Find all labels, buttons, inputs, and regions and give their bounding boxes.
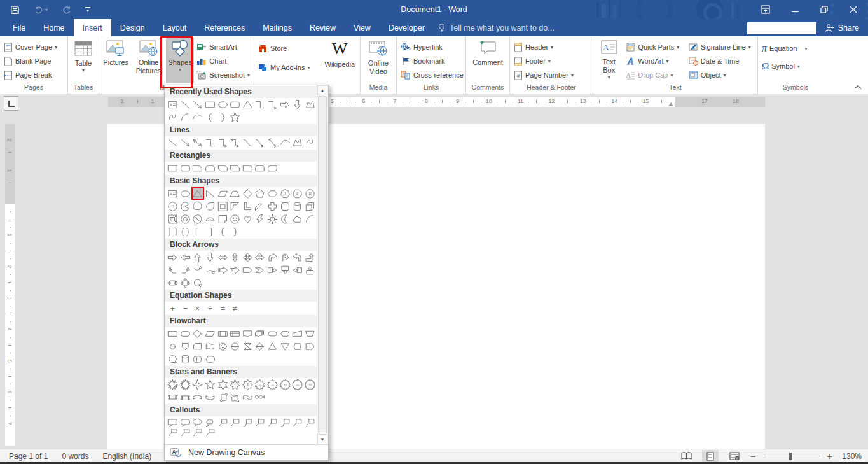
equation-button[interactable]: π Equation▾ (759, 41, 809, 55)
comment-button[interactable]: Comment (471, 38, 505, 83)
scroll-up-button[interactable]: ▲ (317, 85, 327, 95)
text-box-button[interactable]: A Text Box▾ (595, 38, 623, 83)
shape-clb[interactable] (167, 276, 179, 289)
shape-rb2[interactable] (179, 391, 192, 404)
shape-lin[interactable] (179, 98, 192, 111)
shape-cr3[interactable] (191, 416, 204, 429)
shape-pen[interactable] (254, 187, 266, 200)
shape-ovl[interactable] (216, 98, 229, 111)
shape-s8n[interactable]: 8 (242, 378, 254, 391)
shape-fmi[interactable] (291, 327, 304, 340)
shape-clu[interactable] (304, 264, 317, 276)
shape-hex[interactable] (266, 187, 279, 200)
shape-snr[interactable] (229, 162, 242, 174)
shape-eeq[interactable]: = (216, 302, 229, 314)
shape-fmo[interactable] (304, 327, 317, 340)
shape-fsd[interactable] (291, 340, 304, 353)
shape-fcd[interactable] (191, 340, 204, 353)
shape-clr[interactable] (266, 264, 279, 276)
shape-cl1[interactable] (216, 416, 229, 429)
shape-brr[interactable] (229, 225, 242, 238)
zoom-level[interactable]: 130% (840, 452, 862, 461)
close-button[interactable] (839, 0, 868, 19)
shape-plq[interactable] (279, 200, 291, 213)
shape-pnA[interactable] (242, 264, 254, 276)
shape-tri[interactable] (242, 98, 254, 111)
shape-cn2[interactable] (304, 416, 317, 429)
cover-page-button[interactable]: Cover Page▾ (1, 40, 60, 54)
shape-hrt[interactable] (242, 213, 254, 225)
shape-bkl[interactable] (191, 225, 204, 238)
shape-sch[interactable] (229, 391, 242, 404)
shape-ntc[interactable] (229, 264, 242, 276)
shape-a3[interactable] (254, 251, 266, 264)
shape-rcd[interactable] (204, 391, 217, 404)
shape-lsh[interactable] (242, 200, 254, 213)
shape-cll[interactable] (291, 264, 304, 276)
page-number-button[interactable]: # Page Number▾ (511, 68, 576, 82)
shape-cld2[interactable] (279, 264, 291, 276)
blank-page-button[interactable]: Blank Page (1, 54, 60, 68)
new-drawing-canvas-item[interactable]: A New Drawing Canvas (165, 444, 328, 460)
shape-tbx[interactable]: A (167, 98, 179, 111)
read-mode-button[interactable] (678, 450, 694, 463)
wikipedia-button[interactable]: W Wikipedia (321, 38, 359, 83)
shape-fcn[interactable] (167, 340, 179, 353)
shape-brl[interactable] (216, 225, 229, 238)
shape-fop[interactable] (179, 340, 192, 353)
shape-s10[interactable]: 10 (254, 378, 266, 391)
shape-curd[interactable] (266, 136, 279, 149)
dropdown-scrollbar[interactable]: ▲ ▼ (317, 85, 328, 444)
shape-fmd[interactable] (254, 327, 266, 340)
vertical-ruler[interactable]: 211234567 (5, 124, 15, 446)
minimize-button[interactable] (780, 0, 809, 19)
store-button[interactable]: Store (256, 41, 321, 55)
search-input[interactable] (747, 22, 816, 34)
shape-bar[interactable] (204, 213, 217, 225)
shape-ovl[interactable] (179, 187, 192, 200)
shape-clq[interactable] (179, 276, 192, 289)
shape-elbd[interactable] (229, 136, 242, 149)
hyperlink-button[interactable]: Hyperlink (398, 40, 466, 54)
tab-layout[interactable]: Layout (154, 19, 196, 36)
shape-dwv[interactable] (254, 391, 266, 404)
print-layout-button[interactable] (702, 450, 719, 463)
shape-cvr[interactable] (179, 264, 192, 276)
shape-rn2[interactable] (254, 162, 266, 174)
shape-ftr[interactable] (266, 327, 279, 340)
shape-sun[interactable] (266, 213, 279, 225)
date-time-button[interactable]: Date & Time (686, 54, 756, 68)
shapes-button[interactable]: Shapes▾ (166, 38, 195, 83)
shape-ca1[interactable] (254, 416, 266, 429)
shape-fpd[interactable] (216, 327, 229, 340)
shape-utn[interactable] (279, 251, 291, 264)
shape-scr[interactable] (167, 111, 179, 123)
shape-sn2[interactable] (204, 162, 217, 174)
tell-me-box[interactable]: Tell me what you want to do... (437, 19, 555, 36)
tab-view[interactable]: View (345, 19, 380, 36)
shape-tri[interactable] (191, 187, 204, 200)
shape-can[interactable] (291, 200, 304, 213)
shape-tbx[interactable]: A (167, 187, 179, 200)
table-button[interactable]: Table▾ (72, 38, 95, 83)
bookmark-button[interactable]: Bookmark (398, 54, 466, 68)
symbol-button[interactable]: Ω Symbol▾ (759, 59, 809, 73)
smartart-button[interactable]: SmartArt (194, 40, 252, 54)
screenshot-button[interactable]: Screenshot▾ (194, 68, 252, 82)
shape-fsm[interactable] (216, 340, 229, 353)
shape-s12[interactable]: 12 (266, 378, 279, 391)
shape-fre[interactable] (291, 136, 304, 149)
shape-d12[interactable]: 12 (167, 200, 179, 213)
shape-lup[interactable] (291, 251, 304, 264)
shape-fdc[interactable] (191, 327, 204, 340)
shape-fpp[interactable] (279, 327, 291, 340)
shape-crs[interactable] (266, 200, 279, 213)
page-indicator[interactable]: Page 1 of 1 (9, 452, 48, 461)
shape-rrc[interactable] (229, 98, 242, 111)
shape-smi[interactable] (229, 213, 242, 225)
shape-cn1[interactable] (204, 429, 217, 436)
shape-fdl[interactable] (304, 340, 317, 353)
tab-file[interactable]: File (4, 19, 34, 36)
quick-parts-button[interactable]: Quick Parts▾ (623, 40, 685, 54)
object-button[interactable]: Object▾ (686, 68, 756, 82)
